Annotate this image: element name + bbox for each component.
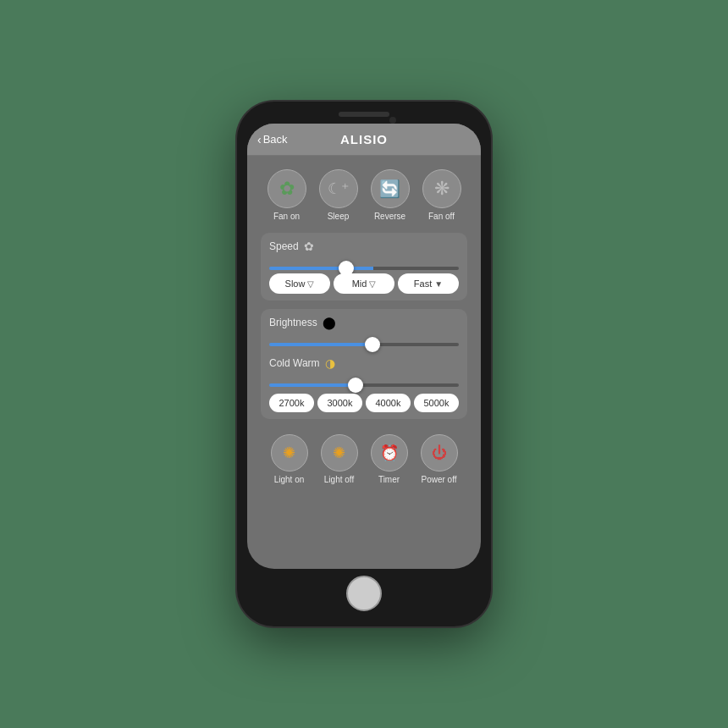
slow-button[interactable]: Slow ▽: [269, 273, 330, 294]
fast-filter-icon: ▼: [434, 279, 443, 289]
speed-fan-icon: ✿: [304, 240, 314, 253]
power-off-icon: ⏻: [432, 444, 447, 462]
light-on-button[interactable]: ✺ Light on: [271, 434, 308, 484]
fan-off-icon: ❋: [434, 178, 449, 200]
screen-content: ‹ Back ALISIO ✿ Fan on: [247, 124, 481, 569]
cold-warm-label: Cold Warm: [269, 357, 320, 369]
page-title: ALISIO: [340, 132, 388, 146]
mid-filter-icon: ▽: [369, 279, 376, 289]
timer-icon-circle: ⏰: [371, 434, 408, 472]
fan-on-button[interactable]: ✿ Fan on: [267, 169, 306, 221]
reverse-icon-circle: 🔄: [371, 169, 410, 208]
fan-off-button[interactable]: ❋ Fan off: [422, 169, 461, 221]
brightness-toggle-icon: ⬤: [323, 316, 336, 329]
back-chevron-icon: ‹: [257, 133, 262, 146]
back-button[interactable]: ‹ Back: [257, 133, 288, 146]
cold-warm-slider[interactable]: [269, 383, 459, 387]
slow-filter-icon: ▽: [307, 279, 314, 289]
speed-label: Speed: [269, 240, 299, 252]
timer-icon: ⏰: [380, 444, 399, 462]
fast-label: Fast: [414, 279, 432, 289]
light-off-icon: ✺: [333, 444, 345, 462]
power-off-icon-circle: ⏻: [421, 434, 458, 472]
main-content: ✿ Fan on ☾⁺ Sleep 🔄 Reve: [247, 156, 481, 569]
color-4000k-label: 4000k: [376, 398, 401, 408]
color-3000k-button[interactable]: 3000k: [317, 394, 362, 412]
cold-warm-row: Cold Warm ◑: [269, 356, 459, 370]
light-on-icon: ✺: [283, 444, 295, 462]
light-off-label: Light off: [324, 475, 354, 484]
color-5000k-label: 5000k: [424, 398, 449, 408]
sleep-icon-circle: ☾⁺: [319, 169, 358, 208]
brightness-slider[interactable]: [269, 343, 459, 346]
light-off-icon-circle: ✺: [321, 434, 358, 472]
mid-button[interactable]: Mid ▽: [334, 273, 394, 294]
speed-buttons: Slow ▽ Mid ▽ Fast ▼: [269, 273, 459, 294]
header: ‹ Back ALISIO: [247, 124, 481, 156]
fan-on-label: Fan on: [273, 212, 300, 221]
color-temp-buttons: 2700k 3000k 4000k 5000k: [269, 394, 459, 412]
light-on-icon-circle: ✺: [271, 434, 308, 472]
reverse-icon: 🔄: [379, 179, 400, 199]
reverse-label: Reverse: [374, 212, 405, 221]
back-label: Back: [263, 133, 288, 146]
speed-section: Speed ✿ Slow ▽ Mid ▽: [261, 233, 467, 301]
cold-warm-toggle-icon: ◑: [325, 356, 335, 370]
fan-off-label: Fan off: [428, 212, 455, 221]
slow-label: Slow: [285, 279, 306, 289]
home-button[interactable]: [346, 576, 382, 611]
brightness-label: Brightness: [269, 317, 317, 328]
sleep-icon: ☾⁺: [328, 179, 350, 198]
sleep-button[interactable]: ☾⁺ Sleep: [319, 169, 358, 221]
color-5000k-button[interactable]: 5000k: [414, 394, 459, 412]
phone-speaker: [339, 112, 389, 117]
light-off-button[interactable]: ✺ Light off: [321, 434, 358, 484]
fan-on-icon-circle: ✿: [267, 169, 306, 208]
sleep-label: Sleep: [328, 212, 350, 221]
fan-off-icon-circle: ❋: [422, 169, 461, 208]
phone-camera: [389, 117, 396, 124]
timer-label: Timer: [378, 475, 400, 484]
color-4000k-button[interactable]: 4000k: [366, 394, 411, 412]
power-off-button[interactable]: ⏻ Power off: [421, 434, 458, 484]
phone-device: ‹ Back ALISIO ✿ Fan on: [237, 102, 491, 626]
reverse-button[interactable]: 🔄 Reverse: [371, 169, 410, 221]
power-off-label: Power off: [421, 475, 456, 484]
fan-controls-row: ✿ Fan on ☾⁺ Sleep 🔄 Reve: [261, 166, 467, 224]
brightness-row: Brightness ⬤: [269, 316, 459, 329]
light-section: Brightness ⬤ Cold Warm ◑ 2700k: [261, 309, 467, 419]
color-2700k-label: 2700k: [279, 398, 305, 408]
mid-label: Mid: [352, 279, 367, 289]
bottom-controls-row: ✺ Light on ✺ Light off ⏰: [261, 427, 467, 491]
phone-screen: ‹ Back ALISIO ✿ Fan on: [247, 124, 481, 569]
fan-on-icon: ✿: [279, 178, 295, 200]
speed-header: Speed ✿: [269, 240, 459, 253]
color-2700k-button[interactable]: 2700k: [269, 394, 314, 412]
color-3000k-label: 3000k: [328, 398, 353, 408]
timer-button[interactable]: ⏰ Timer: [371, 434, 408, 484]
speed-slider[interactable]: [269, 267, 459, 270]
light-on-label: Light on: [274, 475, 305, 484]
fast-button[interactable]: Fast ▼: [398, 273, 459, 294]
